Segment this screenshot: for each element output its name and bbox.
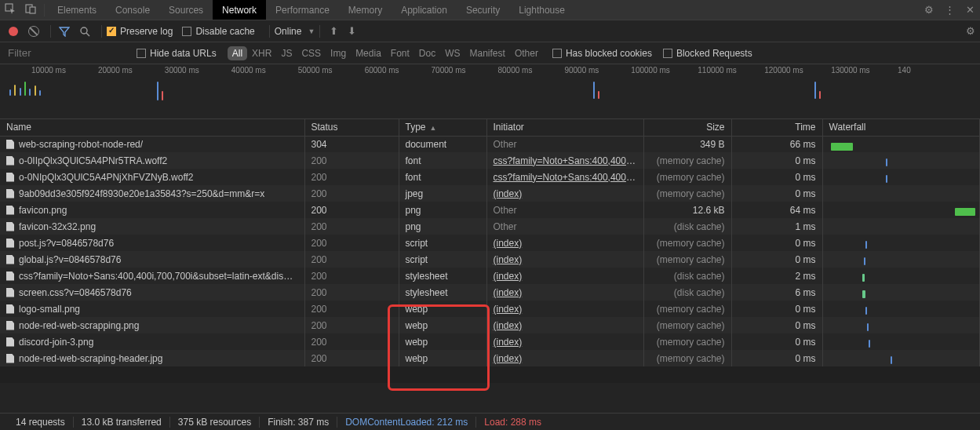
tab-network[interactable]: Network xyxy=(213,0,266,20)
cell-initiator: Other xyxy=(486,202,643,218)
column-header-size[interactable]: Size xyxy=(643,119,731,136)
resource-type-filter: AllXHRJSCSSImgMediaFontDocWSManifestOthe… xyxy=(228,46,543,60)
cell-time: 0 ms xyxy=(731,152,822,169)
tab-lighthouse[interactable]: Lighthouse xyxy=(509,0,574,20)
tab-console[interactable]: Console xyxy=(106,0,159,20)
type-filter-ws[interactable]: WS xyxy=(440,46,464,60)
disable-cache-checkbox[interactable]: Disable cache xyxy=(182,26,254,37)
table-row[interactable]: node-red-web-scrapping.png200webp(index)… xyxy=(0,317,980,333)
table-row[interactable]: favicon.png200pngOther12.6 kB64 ms xyxy=(0,202,980,218)
type-filter-manifest[interactable]: Manifest xyxy=(465,46,510,60)
timeline-tick: 100000 ms xyxy=(631,66,669,75)
initiator-link[interactable]: (index) xyxy=(494,353,523,364)
cell-initiator: (index) xyxy=(486,333,643,350)
separator xyxy=(101,25,102,38)
timeline-tick: 90000 ms xyxy=(564,66,599,75)
clear-button[interactable] xyxy=(25,23,42,40)
initiator-link[interactable]: (index) xyxy=(494,271,523,282)
file-icon xyxy=(6,140,14,149)
initiator-link[interactable]: (index) xyxy=(494,337,523,348)
preserve-log-checkbox[interactable]: Preserve log xyxy=(107,26,173,37)
initiator-link[interactable]: (index) xyxy=(494,254,523,265)
cell-waterfall xyxy=(822,152,980,169)
tab-elements[interactable]: Elements xyxy=(48,0,106,20)
column-header-waterfall[interactable]: Waterfall xyxy=(822,119,980,136)
cell-time: 0 ms xyxy=(731,185,822,202)
cell-time: 0 ms xyxy=(731,301,822,317)
table-row[interactable]: global.js?v=0846578d76200script(index)(m… xyxy=(0,251,980,268)
close-devtools-icon[interactable]: ✕ xyxy=(960,4,980,16)
column-header-name[interactable]: Name xyxy=(0,119,304,136)
more-menu-icon[interactable]: ⋮ xyxy=(939,4,960,16)
separator xyxy=(44,4,45,16)
type-filter-media[interactable]: Media xyxy=(351,46,386,60)
download-har-icon[interactable]: ⬇ xyxy=(348,25,356,37)
sort-indicator-icon: ▲ xyxy=(430,124,437,132)
cell-initiator: Other xyxy=(486,136,643,152)
table-row[interactable]: node-red-web-scraping-header.jpg200webp(… xyxy=(0,350,980,366)
table-row[interactable]: post.js?v=0846578d76200script(index)(mem… xyxy=(0,235,980,251)
table-row[interactable]: 9ab09dd3e305f924f8930e20e1a35843?s=250&d… xyxy=(0,185,980,202)
initiator-link[interactable]: (index) xyxy=(494,320,523,331)
tab-memory[interactable]: Memory xyxy=(339,0,392,20)
settings-gear-icon[interactable]: ⚙ xyxy=(919,4,939,16)
initiator-link[interactable]: (index) xyxy=(494,287,523,298)
type-filter-font[interactable]: Font xyxy=(386,46,414,60)
tab-sources[interactable]: Sources xyxy=(159,0,213,20)
column-header-status[interactable]: Status xyxy=(304,119,399,136)
filter-toggle-icon[interactable] xyxy=(56,23,73,40)
type-filter-xhr[interactable]: XHR xyxy=(247,46,276,60)
column-header-type[interactable]: Type▲ xyxy=(399,119,486,136)
upload-har-icon[interactable]: ⬆ xyxy=(330,25,338,37)
table-row[interactable]: css?family=Noto+Sans:400,400i,700,700i&s… xyxy=(0,268,980,284)
column-header-time[interactable]: Time xyxy=(731,119,822,136)
table-row[interactable]: logo-small.png200webp(index)(memory cach… xyxy=(0,301,980,317)
table-row[interactable]: favicon-32x32.png200pngOther(disk cache)… xyxy=(0,218,980,235)
tab-security[interactable]: Security xyxy=(457,0,509,20)
record-button[interactable] xyxy=(5,23,22,40)
cell-type: document xyxy=(399,136,486,152)
cell-status: 200 xyxy=(304,333,399,350)
blocked-requests-checkbox[interactable]: Blocked Requests xyxy=(663,48,752,59)
hide-data-urls-checkbox[interactable]: Hide data URLs xyxy=(137,48,217,59)
checkbox-icon xyxy=(182,27,191,36)
type-filter-other[interactable]: Other xyxy=(510,46,543,60)
file-icon xyxy=(6,206,14,215)
initiator-link[interactable]: (index) xyxy=(494,188,523,199)
type-filter-all[interactable]: All xyxy=(228,46,247,60)
cell-name: web-scraping-robot-node-red/ xyxy=(0,136,304,152)
type-filter-img[interactable]: Img xyxy=(326,46,351,60)
table-row[interactable]: web-scraping-robot-node-red/304documentO… xyxy=(0,136,980,152)
cell-waterfall xyxy=(822,350,980,366)
cell-waterfall xyxy=(822,202,980,218)
waterfall-bar xyxy=(831,143,853,151)
timeline-tick: 30000 ms xyxy=(165,66,199,75)
throttle-select[interactable]: Online ▼ xyxy=(275,26,315,37)
table-row[interactable]: o-0IIpQlx3QUlC5A4PNr5TRA.woff2200fontcss… xyxy=(0,152,980,169)
initiator-link[interactable]: (index) xyxy=(494,238,523,249)
tab-performance[interactable]: Performance xyxy=(266,0,339,20)
type-filter-css[interactable]: CSS xyxy=(297,46,326,60)
initiator-link[interactable]: css?family=Noto+Sans:400,400i,… xyxy=(494,172,640,183)
separator xyxy=(319,25,320,38)
initiator-link[interactable]: (index) xyxy=(494,304,523,315)
inspect-element-icon[interactable] xyxy=(0,3,20,16)
initiator-link[interactable]: css?family=Noto+Sans:400,400i,… xyxy=(494,155,640,166)
type-filter-doc[interactable]: Doc xyxy=(414,46,440,60)
column-header-initiator[interactable]: Initiator xyxy=(486,119,643,136)
table-row[interactable]: o-0NIpQlx3QUlC5A4PNjXhFVZNyB.woff2200fon… xyxy=(0,169,980,185)
device-toggle-icon[interactable] xyxy=(20,3,41,16)
search-icon[interactable] xyxy=(76,23,93,40)
has-blocked-cookies-checkbox[interactable]: Has blocked cookies xyxy=(552,48,652,59)
cell-type: webp xyxy=(399,301,486,317)
type-filter-js[interactable]: JS xyxy=(276,46,297,60)
filter-input[interactable] xyxy=(5,46,130,60)
cell-size: (memory cache) xyxy=(643,169,731,185)
status-resources: 375 kB resources xyxy=(170,417,259,428)
cell-waterfall xyxy=(822,218,980,235)
tab-application[interactable]: Application xyxy=(392,0,457,20)
network-settings-icon[interactable]: ⚙ xyxy=(966,25,975,37)
timeline-overview[interactable]: 10000 ms20000 ms30000 ms40000 ms50000 ms… xyxy=(0,64,980,119)
table-row[interactable]: discord-join-3.png200webp(index)(memory … xyxy=(0,333,980,350)
table-row[interactable]: screen.css?v=0846578d76200stylesheet(ind… xyxy=(0,284,980,301)
